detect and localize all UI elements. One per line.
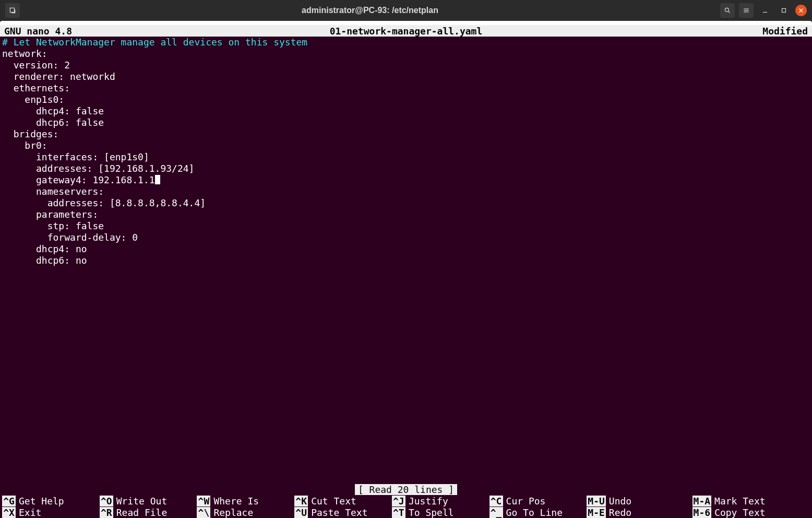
yaml-comment: # Let NetworkManager manage all devices … [2, 37, 307, 48]
new-tab-button[interactable] [5, 3, 20, 18]
search-button[interactable] [720, 3, 735, 18]
shortcut-redo: M-ERedo [584, 507, 690, 518]
nano-header: GNU nano 4.8 01-network-manager-all.yaml… [0, 25, 812, 37]
editor-area[interactable]: # Let NetworkManager manage all devices … [0, 37, 812, 266]
shortcut-writeout: ^OWrite Out [98, 495, 195, 507]
yaml-content-after-cursor: nameservers: addresses: [8.8.8.8,8.8.4.4… [2, 186, 206, 266]
menu-button[interactable] [739, 3, 754, 18]
svg-point-1 [725, 8, 729, 11]
shortcut-replace: ^\Replace [195, 507, 292, 518]
close-button[interactable] [795, 5, 807, 16]
shortcut-help: ^GGet Help [0, 495, 98, 507]
shortcut-goto: ^_Go To Line [487, 507, 585, 518]
minimize-button[interactable] [758, 3, 772, 18]
svg-rect-7 [782, 9, 786, 13]
shortcut-whereis: ^WWhere Is [195, 495, 292, 507]
window-title: administrator@PC-93: /etc/netplan [20, 6, 720, 15]
shortcut-spell: ^TTo Spell [390, 507, 487, 518]
shortcut-readfile: ^RRead File [98, 507, 195, 518]
shortcut-curpos: ^CCur Pos [487, 495, 585, 507]
shortcut-exit: ^XExit [0, 507, 98, 518]
terminal-top-border [0, 21, 812, 25]
nano-filename: 01-network-manager-all.yaml [0, 26, 812, 37]
shortcut-justify: ^JJustify [390, 495, 487, 507]
shortcut-mark: M-AMark Text [690, 495, 812, 507]
nano-app-label: GNU nano 4.8 [4, 26, 72, 37]
yaml-content-before-cursor: network: version: 2 renderer: networkd e… [2, 48, 194, 185]
nano-status-text: [ Read 20 lines ] [355, 484, 457, 495]
nano-shortcuts: ^GGet Help ^OWrite Out ^WWhere Is ^KCut … [0, 495, 812, 518]
shortcut-undo: M-UUndo [584, 495, 690, 507]
svg-rect-0 [10, 8, 14, 12]
nano-status: [ Read 20 lines ] [0, 484, 812, 495]
window-titlebar: administrator@PC-93: /etc/netplan [0, 0, 812, 21]
text-cursor [155, 175, 160, 184]
svg-line-2 [729, 11, 730, 13]
maximize-button[interactable] [777, 3, 791, 18]
shortcut-cut: ^KCut Text [292, 495, 390, 507]
nano-modified: Modified [762, 26, 808, 37]
shortcut-copy: M-6Copy Text [690, 507, 812, 518]
shortcut-paste: ^UPaste Text [292, 507, 390, 518]
